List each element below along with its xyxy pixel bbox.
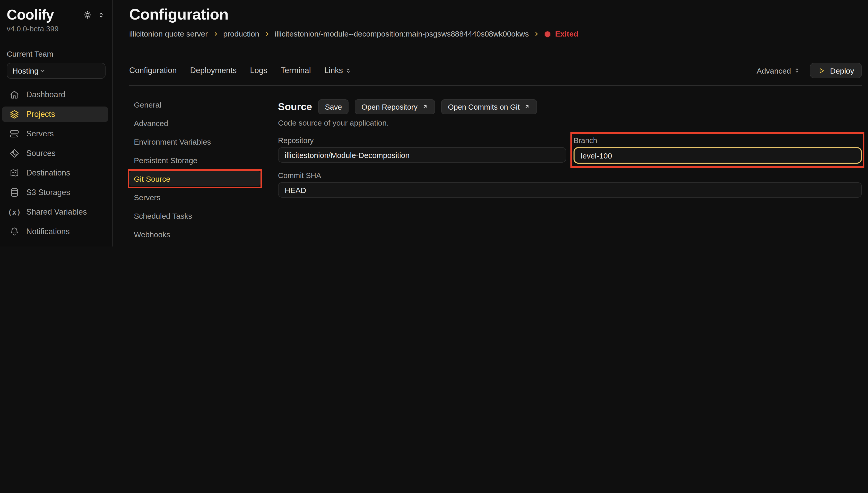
git-diamond-icon <box>9 148 20 158</box>
sidebar-item-label: Dashboard <box>26 90 65 99</box>
sidebar-item-label: Projects <box>26 110 55 119</box>
external-link-icon <box>422 103 428 110</box>
sidebar-item-notifications[interactable]: Notifications <box>2 224 108 239</box>
sidebar: Coolify v4.0.0-beta.399 Current Team Hos… <box>0 0 113 246</box>
chevrons-up-down-icon <box>345 67 352 74</box>
subnav-item-general[interactable]: General <box>129 97 260 112</box>
branch-field: Branch level-100 <box>573 136 862 164</box>
chevron-right-icon <box>533 31 539 37</box>
sidebar-item-label: S3 Storages <box>26 188 70 197</box>
branch-label: Branch <box>573 136 862 145</box>
sidebar-header: Coolify <box>0 0 112 24</box>
external-link-icon <box>524 103 531 110</box>
branch-input[interactable]: level-100 <box>573 147 862 164</box>
status-text: Exited <box>555 29 578 39</box>
current-team-label: Current Team <box>7 49 106 59</box>
tabs: Configuration Deployments Logs Terminal … <box>129 66 352 75</box>
subnav-item-webhooks[interactable]: Webhooks <box>129 227 260 241</box>
source-description: Code source of your application. <box>278 118 862 128</box>
source-header-row: Source Save Open Repository Open Commits… <box>278 99 862 114</box>
subnav-item-servers[interactable]: Servers <box>129 190 260 204</box>
sidebar-item-dashboard[interactable]: Dashboard <box>2 87 108 102</box>
subnav-item-persistent-storage[interactable]: Persistent Storage <box>129 153 260 167</box>
open-commits-button[interactable]: Open Commits on Git <box>441 99 537 114</box>
sidebar-item-label: Destinations <box>26 168 70 177</box>
commit-sha-input[interactable]: HEAD <box>278 182 862 198</box>
subnav-item-scheduled-tasks[interactable]: Scheduled Tasks <box>129 209 260 223</box>
deploy-button[interactable]: Deploy <box>810 63 862 78</box>
key-icon <box>9 246 20 246</box>
open-repository-button[interactable]: Open Repository <box>355 99 435 114</box>
tab-logs[interactable]: Logs <box>250 66 267 75</box>
sidebar-item-servers[interactable]: Servers <box>2 126 108 142</box>
commit-sha-label: Commit SHA <box>278 171 862 180</box>
tabs-actions: Advanced Deploy <box>757 63 862 78</box>
status-dot-icon <box>544 30 551 37</box>
status-badge: Exited <box>544 29 578 39</box>
home-icon <box>9 89 20 100</box>
page-title: Configuration <box>129 5 862 24</box>
git-source-panel: Source Save Open Repository Open Commits… <box>278 86 862 246</box>
configuration-content: General Advanced Environment Variables P… <box>129 86 862 246</box>
play-icon <box>818 67 826 74</box>
sidebar-item-label: Notifications <box>26 227 70 236</box>
server-icon <box>9 129 20 139</box>
sidebar-item-label: Servers <box>26 129 54 138</box>
deploy-button-label: Deploy <box>830 66 854 75</box>
breadcrumb-resource[interactable]: illicitestonion/-module--decomposition:m… <box>275 29 529 39</box>
sidebar-item-destinations[interactable]: Destinations <box>2 165 108 180</box>
database-icon <box>9 187 20 198</box>
save-button[interactable]: Save <box>318 99 348 114</box>
subnav-item-git-source[interactable]: Git Source <box>129 171 260 186</box>
repository-label: Repository <box>278 136 566 145</box>
tab-configuration[interactable]: Configuration <box>129 66 176 75</box>
sidebar-item-shared-variables[interactable]: (x) Shared Variables <box>2 204 108 220</box>
theme-toggle-sun-icon[interactable] <box>82 10 93 20</box>
source-form: Repository illicitestonion/Module-Decomp… <box>278 136 862 198</box>
sidebar-item-sources[interactable]: Sources <box>2 146 108 161</box>
text-cursor <box>613 151 613 159</box>
variable-icon: (x) <box>9 208 20 216</box>
repository-input[interactable]: illicitestonion/Module-Decomposition <box>278 147 566 163</box>
breadcrumb-project[interactable]: illicitonion quote server <box>129 29 208 39</box>
tabs-row: Configuration Deployments Logs Terminal … <box>129 63 862 78</box>
chevron-right-icon <box>264 31 270 37</box>
tab-terminal[interactable]: Terminal <box>281 66 311 75</box>
breadcrumb-environment[interactable]: production <box>223 29 259 39</box>
sidebar-item-label: Shared Variables <box>26 207 87 217</box>
tab-deployments[interactable]: Deployments <box>190 66 237 75</box>
subnav-item-preview-deployments[interactable]: Preview Deployments <box>129 245 260 246</box>
advanced-menu[interactable]: Advanced <box>757 66 801 75</box>
source-heading: Source <box>278 101 312 113</box>
sidebar-nav: Dashboard Projects Servers Sources <box>0 87 112 246</box>
chevrons-up-down-icon <box>793 67 801 74</box>
bell-icon <box>9 227 20 237</box>
coolify-app: Coolify v4.0.0-beta.399 Current Team Hos… <box>0 0 868 246</box>
sidebar-item-projects[interactable]: Projects <box>2 107 108 122</box>
sidebar-item-s3-storages[interactable]: S3 Storages <box>2 185 108 200</box>
chevron-right-icon <box>212 31 218 37</box>
sidebar-item-keys-tokens[interactable]: Keys & Tokens <box>2 243 108 246</box>
map-icon <box>9 168 20 178</box>
commit-sha-field: Commit SHA HEAD <box>278 171 862 198</box>
team-select-value: Hosting <box>12 66 39 75</box>
app-logo: Coolify <box>7 6 54 24</box>
sidebar-item-label: Sources <box>26 149 56 158</box>
config-subnav: General Advanced Environment Variables P… <box>129 86 260 246</box>
sidebar-collapse-chevrons-icon[interactable] <box>97 11 105 19</box>
repository-field: Repository illicitestonion/Module-Decomp… <box>278 136 566 164</box>
team-select[interactable]: Hosting <box>7 63 106 79</box>
chevron-down-icon <box>39 67 46 74</box>
app-version: v4.0.0-beta.399 <box>0 24 112 34</box>
breadcrumb: illicitonion quote server production ill… <box>129 29 862 39</box>
layers-icon <box>9 109 20 120</box>
main-content: Configuration illicitonion quote server … <box>113 0 868 246</box>
subnav-item-advanced[interactable]: Advanced <box>129 116 260 130</box>
tab-links[interactable]: Links <box>324 66 352 75</box>
subnav-item-environment-variables[interactable]: Environment Variables <box>129 134 260 149</box>
